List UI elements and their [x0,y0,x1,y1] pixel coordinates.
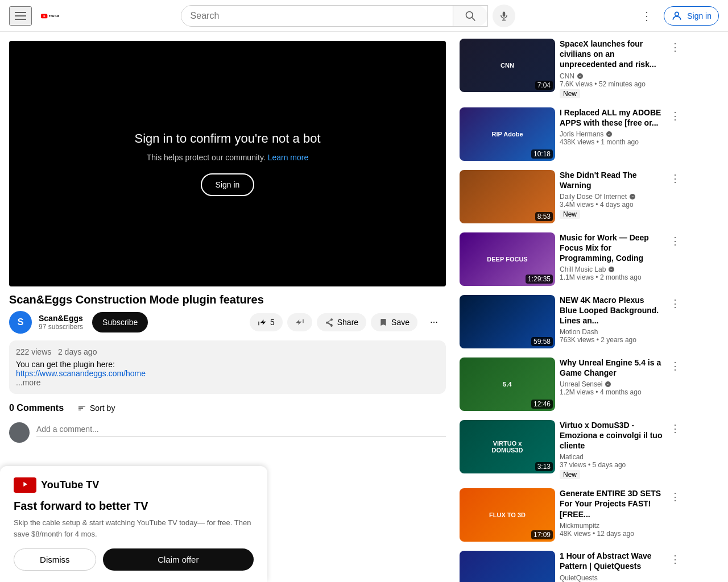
video-meta-channel: Daily Dose Of Internet [560,193,663,201]
search-icon [465,10,476,22]
video-meta: Virtuo x DomuS3D - Emoziona e coinvolgi … [560,420,663,480]
thumb-label: DEEP FOCUS [485,253,530,265]
desc-link[interactable]: https://www.scanandeggs.com/home [16,369,146,378]
sidebar: CNN 7:04 SpaceX launches four civilians … [455,32,694,582]
share-button[interactable]: Share [317,313,366,331]
search-input[interactable] [181,6,453,26]
desc-meta: 222 views 2 days ago [16,347,439,356]
dismiss-button[interactable]: Dismiss [14,548,96,571]
video-meta: Generate ENTIRE 3D SETS For Your Project… [560,488,663,542]
youtube-tv-banner: YouTube TV Fast forward to better TV Ski… [0,466,267,582]
thumbnail: 5.4 12:46 [460,357,555,411]
verified-icon [577,73,584,80]
yt-tv-icon [18,480,32,489]
save-button[interactable]: Save [371,313,417,331]
sidebar-more-button[interactable]: ⋮ [668,170,682,187]
add-comment-row [9,422,446,443]
yt-tv-logo-text: YouTube TV [41,479,99,491]
duration-badge: 7:04 [535,81,553,90]
claim-offer-button[interactable]: Claim offer [103,548,254,571]
sidebar-item[interactable]: RIP Adobe 10:18 I Replaced ALL my ADOBE … [457,105,685,163]
video-meta-title: 1 Hour of Abstract Wave Pattern | QuietQ… [560,551,663,571]
video-meta-title: SpaceX launches four civilians on an unp… [560,39,663,70]
video-meta-title: Generate ENTIRE 3D SETS For Your Project… [560,488,663,519]
thumb-label: RIP Adobe [489,128,525,140]
youtube-logo-icon: YouTube [41,10,59,22]
sidebar-more-button[interactable]: ⋮ [668,357,682,375]
sidebar-more-button[interactable]: ⋮ [668,488,682,505]
svg-text:YouTube: YouTube [49,14,59,18]
video-title: Scan&Eggs Construction Mode plugin featu… [9,293,446,306]
comments-header: 0 Comments Sort by [9,403,446,413]
desc-more[interactable]: ...more [16,378,439,387]
search-button[interactable] [453,6,487,26]
video-meta-title: NEW 4K Macro Plexus Blue Looped Backgrou… [560,295,663,326]
duration-badge: 59:58 [531,337,553,346]
header-left: YouTube [9,6,59,26]
channel-info: Scan&Eggs 97 subscribers [39,314,83,331]
youtube-logo[interactable]: YouTube [41,10,59,22]
header-right: ⋮ Sign in [636,5,719,27]
thumb-label: FLUX TO 3D [487,509,528,521]
video-meta-channel: CNN [560,72,663,80]
thumb-label: CNN [498,60,516,71]
comment-input[interactable] [36,422,446,436]
sign-in-prompt-title: Sign in to confirm you're not a bot [134,131,320,146]
thumbnail: 8:53 [460,170,555,223]
description-box: 222 views 2 days ago You can get the plu… [9,340,446,394]
sidebar-item[interactable]: 5.4 12:46 Why Unreal Engine 5.4 is a Gam… [457,355,685,413]
like-icon [258,318,267,327]
dislike-icon [295,318,304,327]
svg-point-3 [466,11,473,18]
header: YouTube ⋮ [0,0,728,32]
user-avatar [9,422,30,443]
sign-in-prompt-subtitle: This helps protect our community. Learn … [147,153,309,162]
sidebar-item[interactable]: DEEP FOCUS 1:29:35 Music for Work — Deep… [457,230,685,288]
subscribe-button[interactable]: Subscribe [92,312,148,332]
share-icon [325,318,334,327]
sort-by-button[interactable]: Sort by [77,404,115,413]
thumbnail: 1:00:00 [460,551,555,582]
sidebar-more-button[interactable]: ⋮ [668,107,682,124]
learn-more-link[interactable]: Learn more [268,153,309,162]
thumbnail: DEEP FOCUS 1:29:35 [460,232,555,286]
sidebar-item[interactable]: 59:58 NEW 4K Macro Plexus Blue Looped Ba… [457,293,685,351]
yt-tv-logo: YouTube TV [14,477,254,493]
sign-in-video-button[interactable]: Sign in [201,173,255,196]
sidebar-item[interactable]: 1:00:00 1 Hour of Abstract Wave Pattern … [457,548,685,582]
sort-by-label: Sort by [90,404,115,413]
sidebar-more-button[interactable]: ⋮ [668,551,682,568]
video-meta-stats: 37 views • 5 days ago [560,461,663,469]
save-label: Save [391,318,410,327]
menu-button[interactable] [9,6,32,26]
video-meta-title: Virtuo x DomuS3D - Emoziona e coinvolgi … [560,420,663,451]
sign-in-button[interactable]: Sign in [664,6,719,26]
more-options-button[interactable]: ⋮ [636,5,657,27]
sidebar-item[interactable]: FLUX TO 3D 17:09 Generate ENTIRE 3D SETS… [457,486,685,544]
sidebar-more-button[interactable]: ⋮ [668,232,682,250]
sidebar-item[interactable]: VIRTUO x DOMUS3D 3:13 Virtuo x DomuS3D -… [457,418,685,482]
video-more-button[interactable]: ⋯ [422,313,446,331]
duration-badge: 10:18 [531,149,553,159]
channel-avatar[interactable]: S [9,311,32,334]
video-meta: She Didn't Read The Warning Daily Dose O… [560,170,663,223]
video-meta: 1 Hour of Abstract Wave Pattern | QuietQ… [560,551,663,582]
new-badge: New [560,470,580,479]
sidebar-item[interactable]: CNN 7:04 SpaceX launches four civilians … [457,36,685,101]
video-meta-stats: 763K views • 2 years ago [560,336,663,344]
video-meta-channel: Motion Dash [560,328,663,336]
video-player[interactable]: Sign in to confirm you're not a bot This… [9,41,446,286]
view-count: 222 views [16,347,51,356]
sidebar-more-button[interactable]: ⋮ [668,295,682,312]
sidebar-item[interactable]: 8:53 She Didn't Read The Warning Daily D… [457,168,685,226]
svg-rect-5 [502,11,505,16]
mic-button[interactable] [493,5,515,27]
sidebar-more-button[interactable]: ⋮ [668,420,682,437]
mic-icon [499,11,509,21]
yt-tv-logo-icon [14,477,36,493]
like-button[interactable]: 5 [250,313,283,331]
duration-badge: 8:53 [535,212,553,221]
dislike-button[interactable] [287,313,312,331]
channel-name[interactable]: Scan&Eggs [39,314,83,323]
sidebar-more-button[interactable]: ⋮ [668,39,682,56]
